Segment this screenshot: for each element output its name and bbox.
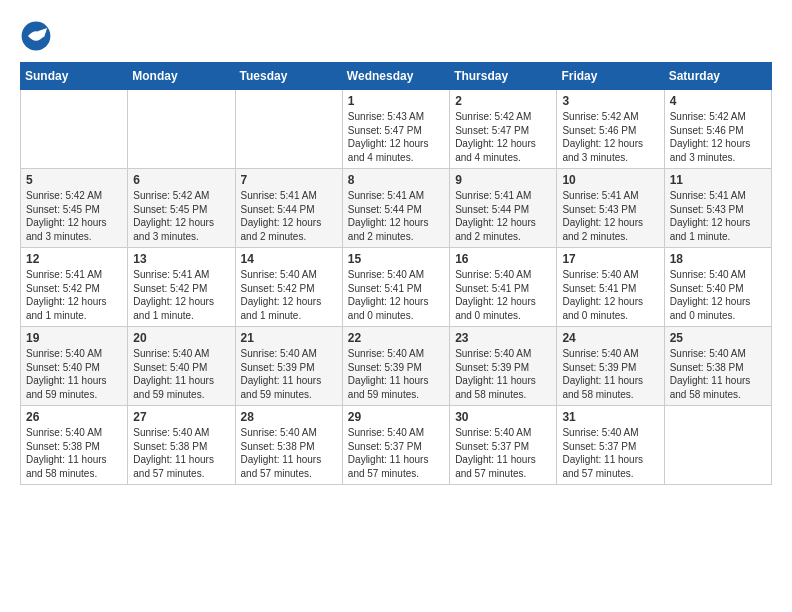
col-header-monday: Monday (128, 63, 235, 90)
calendar-week-row: 26Sunrise: 5:40 AM Sunset: 5:38 PM Dayli… (21, 406, 772, 485)
day-info: Sunrise: 5:40 AM Sunset: 5:38 PM Dayligh… (241, 426, 337, 480)
calendar-cell: 19Sunrise: 5:40 AM Sunset: 5:40 PM Dayli… (21, 327, 128, 406)
day-info: Sunrise: 5:42 AM Sunset: 5:46 PM Dayligh… (562, 110, 658, 164)
calendar-cell: 27Sunrise: 5:40 AM Sunset: 5:38 PM Dayli… (128, 406, 235, 485)
calendar-cell: 9Sunrise: 5:41 AM Sunset: 5:44 PM Daylig… (450, 169, 557, 248)
day-number: 14 (241, 252, 337, 266)
calendar-cell: 12Sunrise: 5:41 AM Sunset: 5:42 PM Dayli… (21, 248, 128, 327)
day-info: Sunrise: 5:40 AM Sunset: 5:37 PM Dayligh… (562, 426, 658, 480)
day-info: Sunrise: 5:41 AM Sunset: 5:44 PM Dayligh… (348, 189, 444, 243)
calendar-cell (128, 90, 235, 169)
day-number: 21 (241, 331, 337, 345)
day-number: 26 (26, 410, 122, 424)
day-info: Sunrise: 5:40 AM Sunset: 5:38 PM Dayligh… (26, 426, 122, 480)
day-number: 19 (26, 331, 122, 345)
day-info: Sunrise: 5:41 AM Sunset: 5:44 PM Dayligh… (241, 189, 337, 243)
day-number: 15 (348, 252, 444, 266)
calendar: SundayMondayTuesdayWednesdayThursdayFrid… (20, 62, 772, 485)
day-number: 9 (455, 173, 551, 187)
calendar-cell: 31Sunrise: 5:40 AM Sunset: 5:37 PM Dayli… (557, 406, 664, 485)
day-info: Sunrise: 5:41 AM Sunset: 5:43 PM Dayligh… (562, 189, 658, 243)
calendar-cell: 24Sunrise: 5:40 AM Sunset: 5:39 PM Dayli… (557, 327, 664, 406)
calendar-cell: 2Sunrise: 5:42 AM Sunset: 5:47 PM Daylig… (450, 90, 557, 169)
day-number: 5 (26, 173, 122, 187)
day-info: Sunrise: 5:42 AM Sunset: 5:45 PM Dayligh… (133, 189, 229, 243)
day-number: 6 (133, 173, 229, 187)
day-number: 18 (670, 252, 766, 266)
calendar-cell (21, 90, 128, 169)
day-info: Sunrise: 5:40 AM Sunset: 5:41 PM Dayligh… (455, 268, 551, 322)
day-info: Sunrise: 5:42 AM Sunset: 5:45 PM Dayligh… (26, 189, 122, 243)
day-info: Sunrise: 5:41 AM Sunset: 5:42 PM Dayligh… (26, 268, 122, 322)
calendar-cell: 30Sunrise: 5:40 AM Sunset: 5:37 PM Dayli… (450, 406, 557, 485)
day-info: Sunrise: 5:43 AM Sunset: 5:47 PM Dayligh… (348, 110, 444, 164)
day-info: Sunrise: 5:40 AM Sunset: 5:40 PM Dayligh… (670, 268, 766, 322)
col-header-tuesday: Tuesday (235, 63, 342, 90)
day-number: 30 (455, 410, 551, 424)
day-number: 10 (562, 173, 658, 187)
day-number: 22 (348, 331, 444, 345)
calendar-cell: 18Sunrise: 5:40 AM Sunset: 5:40 PM Dayli… (664, 248, 771, 327)
day-number: 12 (26, 252, 122, 266)
day-number: 20 (133, 331, 229, 345)
calendar-cell: 6Sunrise: 5:42 AM Sunset: 5:45 PM Daylig… (128, 169, 235, 248)
col-header-friday: Friday (557, 63, 664, 90)
day-number: 16 (455, 252, 551, 266)
calendar-header-row: SundayMondayTuesdayWednesdayThursdayFrid… (21, 63, 772, 90)
day-info: Sunrise: 5:40 AM Sunset: 5:39 PM Dayligh… (348, 347, 444, 401)
calendar-cell (235, 90, 342, 169)
day-number: 11 (670, 173, 766, 187)
day-info: Sunrise: 5:40 AM Sunset: 5:40 PM Dayligh… (133, 347, 229, 401)
col-header-wednesday: Wednesday (342, 63, 449, 90)
calendar-cell: 22Sunrise: 5:40 AM Sunset: 5:39 PM Dayli… (342, 327, 449, 406)
day-info: Sunrise: 5:40 AM Sunset: 5:41 PM Dayligh… (562, 268, 658, 322)
day-info: Sunrise: 5:40 AM Sunset: 5:42 PM Dayligh… (241, 268, 337, 322)
day-info: Sunrise: 5:41 AM Sunset: 5:44 PM Dayligh… (455, 189, 551, 243)
calendar-cell: 23Sunrise: 5:40 AM Sunset: 5:39 PM Dayli… (450, 327, 557, 406)
calendar-cell (664, 406, 771, 485)
calendar-cell: 16Sunrise: 5:40 AM Sunset: 5:41 PM Dayli… (450, 248, 557, 327)
day-info: Sunrise: 5:40 AM Sunset: 5:41 PM Dayligh… (348, 268, 444, 322)
day-number: 24 (562, 331, 658, 345)
calendar-cell: 14Sunrise: 5:40 AM Sunset: 5:42 PM Dayli… (235, 248, 342, 327)
calendar-cell: 29Sunrise: 5:40 AM Sunset: 5:37 PM Dayli… (342, 406, 449, 485)
col-header-thursday: Thursday (450, 63, 557, 90)
calendar-week-row: 5Sunrise: 5:42 AM Sunset: 5:45 PM Daylig… (21, 169, 772, 248)
calendar-cell: 21Sunrise: 5:40 AM Sunset: 5:39 PM Dayli… (235, 327, 342, 406)
calendar-cell: 28Sunrise: 5:40 AM Sunset: 5:38 PM Dayli… (235, 406, 342, 485)
logo-icon (20, 20, 52, 52)
day-info: Sunrise: 5:40 AM Sunset: 5:37 PM Dayligh… (455, 426, 551, 480)
calendar-cell: 13Sunrise: 5:41 AM Sunset: 5:42 PM Dayli… (128, 248, 235, 327)
day-number: 31 (562, 410, 658, 424)
day-info: Sunrise: 5:42 AM Sunset: 5:46 PM Dayligh… (670, 110, 766, 164)
day-number: 3 (562, 94, 658, 108)
day-number: 28 (241, 410, 337, 424)
col-header-sunday: Sunday (21, 63, 128, 90)
day-number: 29 (348, 410, 444, 424)
day-number: 7 (241, 173, 337, 187)
calendar-cell: 8Sunrise: 5:41 AM Sunset: 5:44 PM Daylig… (342, 169, 449, 248)
day-info: Sunrise: 5:40 AM Sunset: 5:39 PM Dayligh… (562, 347, 658, 401)
day-info: Sunrise: 5:41 AM Sunset: 5:42 PM Dayligh… (133, 268, 229, 322)
calendar-cell: 20Sunrise: 5:40 AM Sunset: 5:40 PM Dayli… (128, 327, 235, 406)
calendar-cell: 1Sunrise: 5:43 AM Sunset: 5:47 PM Daylig… (342, 90, 449, 169)
col-header-saturday: Saturday (664, 63, 771, 90)
calendar-cell: 4Sunrise: 5:42 AM Sunset: 5:46 PM Daylig… (664, 90, 771, 169)
day-info: Sunrise: 5:40 AM Sunset: 5:40 PM Dayligh… (26, 347, 122, 401)
logo (20, 20, 58, 52)
day-info: Sunrise: 5:40 AM Sunset: 5:39 PM Dayligh… (241, 347, 337, 401)
day-number: 27 (133, 410, 229, 424)
calendar-week-row: 1Sunrise: 5:43 AM Sunset: 5:47 PM Daylig… (21, 90, 772, 169)
day-number: 1 (348, 94, 444, 108)
calendar-cell: 10Sunrise: 5:41 AM Sunset: 5:43 PM Dayli… (557, 169, 664, 248)
day-info: Sunrise: 5:40 AM Sunset: 5:38 PM Dayligh… (670, 347, 766, 401)
day-number: 4 (670, 94, 766, 108)
calendar-cell: 7Sunrise: 5:41 AM Sunset: 5:44 PM Daylig… (235, 169, 342, 248)
calendar-cell: 3Sunrise: 5:42 AM Sunset: 5:46 PM Daylig… (557, 90, 664, 169)
day-info: Sunrise: 5:40 AM Sunset: 5:38 PM Dayligh… (133, 426, 229, 480)
calendar-cell: 26Sunrise: 5:40 AM Sunset: 5:38 PM Dayli… (21, 406, 128, 485)
day-number: 2 (455, 94, 551, 108)
calendar-cell: 15Sunrise: 5:40 AM Sunset: 5:41 PM Dayli… (342, 248, 449, 327)
calendar-cell: 17Sunrise: 5:40 AM Sunset: 5:41 PM Dayli… (557, 248, 664, 327)
calendar-cell: 5Sunrise: 5:42 AM Sunset: 5:45 PM Daylig… (21, 169, 128, 248)
